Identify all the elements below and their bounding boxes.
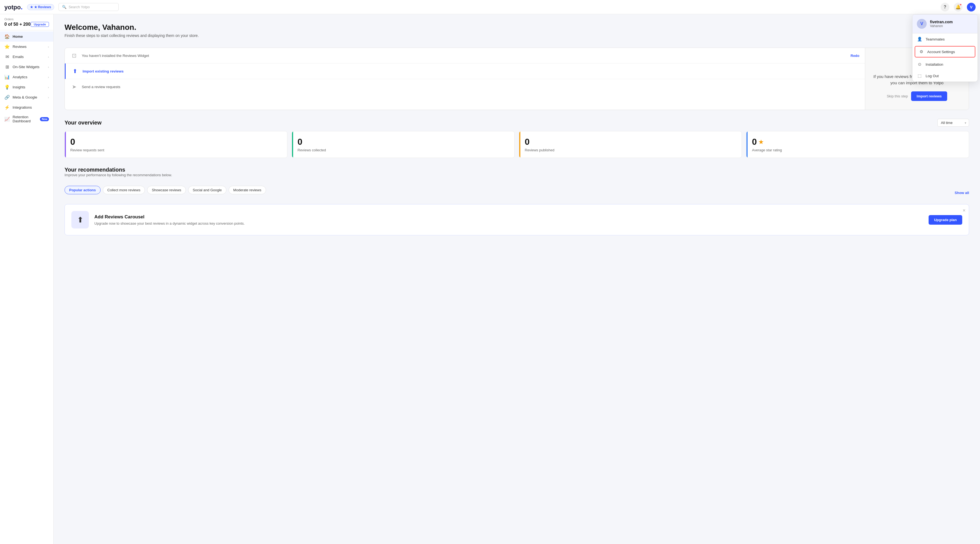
card-published-number: 0 <box>525 137 736 147</box>
sidebar-item-label-meta-google: Meta & Google <box>13 95 37 99</box>
topbar-right: ? 🔔 1 V <box>940 3 975 11</box>
rec-card-title: Add Reviews Carousel <box>94 214 923 220</box>
rec-header: Your recommendations Improve your perfor… <box>65 167 969 182</box>
upgrade-button[interactable]: Upgrade <box>30 22 49 27</box>
reviews-badge[interactable]: ★ ★ Reviews <box>27 4 54 10</box>
dropdown-item-installation[interactable]: ⊙ Installation <box>912 59 978 70</box>
upgrade-plan-button[interactable]: Upgrade plan <box>929 215 962 225</box>
tab-collect-reviews[interactable]: Collect more reviews <box>103 186 145 194</box>
dropdown-header: V fivetran.com Vahanon <box>912 14 978 34</box>
app: yotpo. ★ ★ Reviews 🔍 Search Yotpo ? 🔔 1 … <box>0 0 980 544</box>
sidebar-item-label-analytics: Analytics <box>13 75 27 79</box>
step-send-text: Send a review requests <box>82 85 120 89</box>
card-rating-number: 0 ★ <box>752 137 963 147</box>
sidebar-item-analytics[interactable]: 📊 Analytics › <box>0 72 53 82</box>
sidebar-divider <box>0 30 53 30</box>
logo-text: yotpo. <box>5 3 23 11</box>
sidebar-item-meta-google[interactable]: 🔗 Meta & Google › <box>0 92 53 102</box>
card-review-requests: 0 Review requests sent <box>65 131 287 158</box>
sidebar-item-label-home: Home <box>13 35 23 38</box>
tab-showcase-reviews[interactable]: Showcase reviews <box>147 186 186 194</box>
import-reviews-button[interactable]: Import reviews <box>911 91 947 101</box>
sidebar-item-label-insights: Insights <box>13 85 25 89</box>
chevron-right-icon-2: › <box>48 55 49 59</box>
sidebar-item-insights[interactable]: 💡 Insights › <box>0 82 53 92</box>
logout-icon: ⬚ <box>917 73 922 78</box>
dropdown-user-info: fivetran.com Vahanon <box>930 20 953 28</box>
dropdown-username: Vahanon <box>930 24 953 28</box>
topbar: yotpo. ★ ★ Reviews 🔍 Search Yotpo ? 🔔 1 … <box>0 0 980 14</box>
logo: yotpo. <box>5 3 23 11</box>
card-published-label: Reviews published <box>525 148 736 152</box>
main-content: Welcome, Vahanon. Finish these steps to … <box>54 14 980 544</box>
sidebar-item-label-widgets: On-Site Widgets <box>13 65 40 69</box>
sidebar-item-label-integrations: Integrations <box>13 105 32 110</box>
orders-label: Orders <box>5 18 49 21</box>
meta-google-icon: 🔗 <box>5 95 10 100</box>
sidebar-item-label-retention: Retention Dashboard <box>13 115 40 123</box>
sidebar-item-emails[interactable]: ✉ Emails › <box>0 52 53 62</box>
sidebar-item-reviews[interactable]: ⭐ Reviews › <box>0 41 53 52</box>
dropdown-item-account-settings[interactable]: ⚙ Account Settings <box>915 46 975 57</box>
retention-icon: 📈 <box>5 116 10 122</box>
card-rating-label: Average star rating <box>752 148 963 152</box>
overview-cards: 0 Review requests sent 0 Reviews collect… <box>65 131 969 158</box>
sidebar-item-home[interactable]: 🏠 Home <box>0 32 53 41</box>
insights-icon: 💡 <box>5 85 10 90</box>
card-avg-rating: 0 ★ Average star rating <box>746 131 969 158</box>
time-filter-select[interactable]: All time Last 7 days Last 30 days Last 9… <box>937 119 969 127</box>
welcome-title: Welcome, Vahanon. <box>65 23 199 32</box>
step-widget: ⊡ You haven't installed the Reviews Widg… <box>65 48 865 64</box>
tab-moderate-reviews[interactable]: Moderate reviews <box>229 186 266 194</box>
chevron-right-icon-4: › <box>48 75 49 79</box>
teammates-label: Teammates <box>926 37 945 41</box>
card-reviews-collected: 0 Reviews collected <box>292 131 515 158</box>
star-rating-icon: ★ <box>759 139 764 145</box>
card-requests-number: 0 <box>70 137 282 147</box>
import-step-icon: ⬆ <box>71 68 79 75</box>
search-bar[interactable]: 🔍 Search Yotpo <box>59 3 119 11</box>
recommendations-section: Your recommendations Improve your perfor… <box>65 167 969 235</box>
filter-wrapper: All time Last 7 days Last 30 days Last 9… <box>937 119 969 127</box>
chevron-right-icon: › <box>48 45 49 48</box>
sidebar-item-onsite-widgets[interactable]: ⊞ On-Site Widgets › <box>0 62 53 72</box>
help-icon-button[interactable]: ? <box>940 3 950 11</box>
reviews-nav-icon: ⭐ <box>5 44 10 49</box>
recommendation-card: ⬆ Add Reviews Carousel Upgrade now to sh… <box>65 204 969 235</box>
user-dropdown-menu: V fivetran.com Vahanon 👤 Teammates ⚙ Acc… <box>912 14 978 82</box>
tab-social-google[interactable]: Social and Google <box>188 186 226 194</box>
dropdown-item-teammates[interactable]: 👤 Teammates <box>912 34 978 45</box>
show-all-link[interactable]: Show all <box>955 191 969 195</box>
sidebar: Orders 0 of 50 + 200 Upgrade 🏠 Home ⭐ Re… <box>0 14 54 544</box>
orders-row: 0 of 50 + 200 Upgrade <box>5 22 49 27</box>
search-icon: 🔍 <box>62 5 67 9</box>
dropdown-domain: fivetran.com <box>930 20 953 24</box>
redo-button[interactable]: Redo <box>851 54 860 58</box>
user-avatar[interactable]: V <box>967 3 975 11</box>
rec-title: Your recommendations <box>65 167 172 173</box>
chevron-right-icon-5: › <box>48 86 49 89</box>
welcome-section: Welcome, Vahanon. Finish these steps to … <box>65 23 199 38</box>
logout-label: Log Out <box>926 74 939 78</box>
question-icon: ? <box>943 5 947 10</box>
close-rec-card-button[interactable]: × <box>963 208 966 214</box>
dropdown-item-logout[interactable]: ⬚ Log Out <box>912 70 978 81</box>
installation-icon: ⊙ <box>917 62 922 67</box>
home-icon: 🏠 <box>5 34 10 39</box>
rec-card-icon: ⬆ <box>72 211 89 228</box>
sidebar-item-retention-dashboard[interactable]: 📈 Retention Dashboard New <box>0 112 53 126</box>
account-settings-label: Account Settings <box>927 50 955 54</box>
skip-step-button[interactable]: Skip this step <box>887 94 908 98</box>
tab-popular-actions[interactable]: Popular actions <box>65 186 100 194</box>
new-badge: New <box>40 117 49 121</box>
widget-step-icon: ⊡ <box>70 52 78 59</box>
sidebar-orders: Orders 0 of 50 + 200 Upgrade <box>0 14 53 29</box>
overview-header: Your overview All time Last 7 days Last … <box>65 119 969 127</box>
step-import-text: Import existing reviews <box>83 69 124 73</box>
search-placeholder: Search Yotpo <box>68 5 90 9</box>
notifications-button[interactable]: 🔔 1 <box>954 3 963 11</box>
rec-card-description: Upgrade now to showcase your best review… <box>94 222 923 225</box>
orders-count: 0 of 50 + 200 <box>5 22 30 27</box>
sidebar-item-integrations[interactable]: ⚡ Integrations <box>0 102 53 112</box>
step-send: ➤ Send a review requests <box>65 79 865 94</box>
